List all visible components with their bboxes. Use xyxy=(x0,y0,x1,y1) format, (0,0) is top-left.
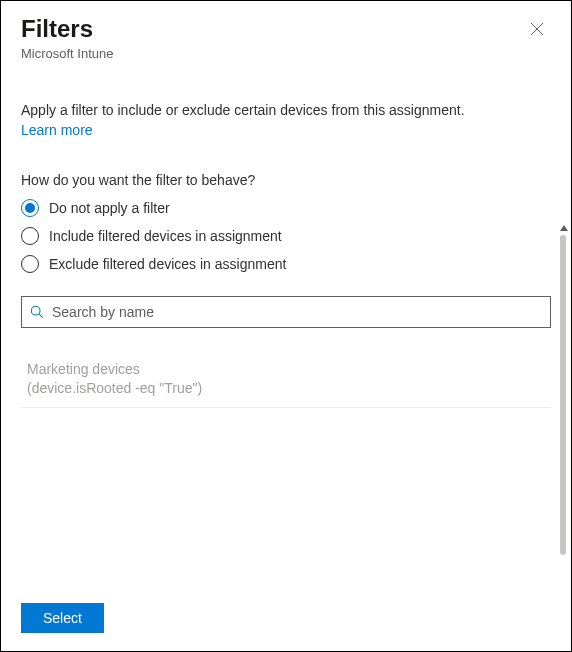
intro-text: Apply a filter to include or exclude cer… xyxy=(21,101,551,121)
scroll-arrow-up-icon[interactable] xyxy=(560,225,568,231)
search-icon xyxy=(30,305,44,319)
scrollbar[interactable] xyxy=(559,235,567,565)
panel-body: Apply a filter to include or exclude cer… xyxy=(1,67,571,589)
svg-point-2 xyxy=(31,307,40,316)
radio-label: Do not apply a filter xyxy=(49,200,170,216)
search-input[interactable] xyxy=(52,304,542,320)
radio-icon xyxy=(21,227,39,245)
radio-exclude[interactable]: Exclude filtered devices in assignment xyxy=(21,250,551,278)
header-text: Filters Microsoft Intune xyxy=(21,15,114,61)
radio-label: Include filtered devices in assignment xyxy=(49,228,282,244)
panel-footer: Select xyxy=(1,589,571,651)
filters-panel: Filters Microsoft Intune Apply a filter … xyxy=(1,1,571,651)
search-field[interactable] xyxy=(21,296,551,328)
radio-label: Exclude filtered devices in assignment xyxy=(49,256,286,272)
radio-icon xyxy=(21,199,39,217)
select-button[interactable]: Select xyxy=(21,603,104,633)
radio-include[interactable]: Include filtered devices in assignment xyxy=(21,222,551,250)
close-button[interactable] xyxy=(523,15,551,43)
list-item[interactable]: Marketing devices (device.isRooted -eq "… xyxy=(21,356,551,407)
scrollbar-thumb[interactable] xyxy=(560,235,566,555)
close-icon xyxy=(530,22,544,36)
filter-rule: (device.isRooted -eq "True") xyxy=(27,379,545,397)
behavior-question: How do you want the filter to behave? xyxy=(21,172,551,188)
panel-header: Filters Microsoft Intune xyxy=(1,1,571,67)
filter-name: Marketing devices xyxy=(27,360,545,378)
svg-line-3 xyxy=(39,314,43,318)
radio-icon xyxy=(21,255,39,273)
filters-list: Marketing devices (device.isRooted -eq "… xyxy=(21,356,551,407)
learn-more-link[interactable]: Learn more xyxy=(21,122,93,138)
radio-do-not-apply[interactable]: Do not apply a filter xyxy=(21,194,551,222)
panel-title: Filters xyxy=(21,15,114,44)
behavior-radio-group: Do not apply a filter Include filtered d… xyxy=(21,194,551,278)
panel-subtitle: Microsoft Intune xyxy=(21,46,114,61)
